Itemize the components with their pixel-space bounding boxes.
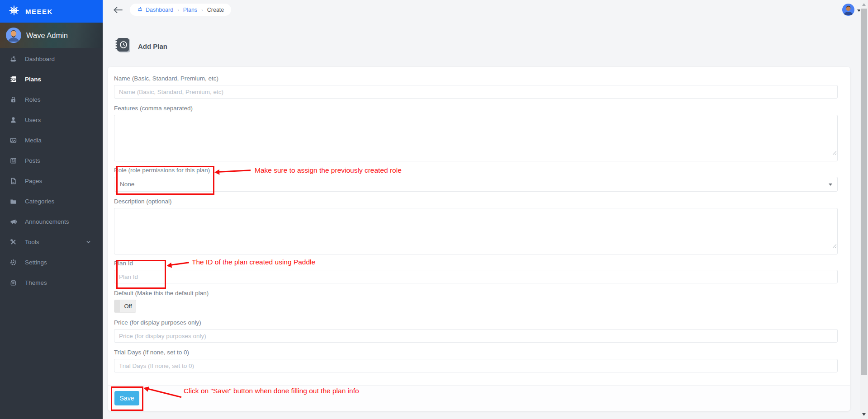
file-icon xyxy=(9,177,17,185)
sidebar-item-label: Categories xyxy=(25,198,54,205)
description-textarea[interactable] xyxy=(114,208,838,254)
user-profile[interactable]: Wave Admin xyxy=(0,23,103,48)
page: MEEEK Wave Admin xyxy=(0,0,868,419)
sidebar-item-plans[interactable]: Plans xyxy=(0,69,103,89)
scrollbar-thumb[interactable] xyxy=(861,9,867,375)
helm-icon xyxy=(9,5,19,17)
sidebar-item-label: Users xyxy=(25,117,41,123)
sidebar-item-categories[interactable]: Categories xyxy=(0,191,103,212)
add-plan-icon xyxy=(114,36,132,56)
price-input[interactable] xyxy=(114,329,838,343)
default-toggle[interactable]: Off xyxy=(114,300,136,313)
news-icon xyxy=(9,157,17,165)
role-label: Role (role permissions for this plan) xyxy=(114,167,838,174)
sidebar-item-themes[interactable]: Themes xyxy=(0,273,103,293)
role-select-value: None xyxy=(120,181,134,188)
page-header: Add Plan xyxy=(114,36,167,56)
name-label: Name (Basic, Standard, Premium, etc) xyxy=(114,75,838,82)
image-icon xyxy=(9,137,17,144)
sidebar-item-tools[interactable]: Tools xyxy=(0,232,103,252)
plan-id-input[interactable] xyxy=(114,270,838,283)
sidebar-item-label: Settings xyxy=(25,259,47,266)
sidebar-item-announcements[interactable]: Announcements xyxy=(0,212,103,232)
sidebar-item-label: Announcements xyxy=(25,218,69,225)
topbar-avatar xyxy=(842,4,854,16)
trial-days-input[interactable] xyxy=(114,359,838,372)
tools-icon xyxy=(9,238,17,246)
user-icon xyxy=(9,116,17,124)
breadcrumb-separator: › xyxy=(201,7,203,13)
breadcrumb-dashboard-link[interactable]: Dashboard xyxy=(137,6,173,14)
role-select[interactable]: None xyxy=(114,177,838,192)
sidebar: MEEEK Wave Admin xyxy=(0,0,103,419)
brand-name: MEEEK xyxy=(25,8,53,15)
sidebar-nav: Dashboard Plans xyxy=(0,48,103,293)
ship-icon xyxy=(137,6,143,14)
sidebar-item-label: Themes xyxy=(25,279,47,286)
price-label: Price (for display purposes only) xyxy=(114,319,838,326)
save-button[interactable]: Save xyxy=(114,391,139,405)
sidebar-item-label: Tools xyxy=(25,239,39,245)
form-footer: Save xyxy=(108,385,850,411)
user-menu[interactable] xyxy=(842,4,861,16)
breadcrumb-current: Create xyxy=(207,7,224,13)
toolbox-icon xyxy=(9,279,17,287)
sidebar-item-roles[interactable]: Roles xyxy=(0,89,103,110)
breadcrumb: Dashboard › Plans › Create xyxy=(130,4,231,16)
add-plan-form-card: Name (Basic, Standard, Premium, etc) Fea… xyxy=(108,67,850,411)
main-content: Dashboard › Plans › Create xyxy=(103,0,868,419)
sidebar-item-label: Media xyxy=(25,137,42,144)
brand-header[interactable]: MEEEK xyxy=(0,0,103,23)
features-textarea[interactable] xyxy=(114,115,838,161)
toggle-knob xyxy=(114,300,120,312)
sidebar-item-label: Dashboard xyxy=(25,56,55,62)
sidebar-item-label: Roles xyxy=(25,96,41,103)
sidebar-item-pages[interactable]: Pages xyxy=(0,171,103,191)
form-body: Name (Basic, Standard, Premium, etc) Fea… xyxy=(108,67,850,372)
folder-icon xyxy=(9,198,17,205)
ship-icon xyxy=(9,55,17,63)
breadcrumb-separator: › xyxy=(177,7,179,13)
topbar: Dashboard › Plans › Create xyxy=(103,0,868,19)
scrollbar-down-arrow[interactable] xyxy=(862,413,866,416)
sidebar-item-label: Posts xyxy=(25,157,40,164)
sidebar-item-label: Plans xyxy=(25,76,41,83)
megaphone-icon xyxy=(9,218,17,226)
default-label: Default (Make this the default plan) xyxy=(114,290,838,297)
notebook-icon xyxy=(9,75,17,83)
scrollbar-up-arrow[interactable] xyxy=(862,3,866,6)
sidebar-item-users[interactable]: Users xyxy=(0,110,103,130)
page-title: Add Plan xyxy=(138,42,167,50)
lock-icon xyxy=(9,96,17,104)
sidebar-item-settings[interactable]: Settings xyxy=(0,252,103,273)
features-label: Features (comma separated) xyxy=(114,105,838,112)
page-scrollbar xyxy=(860,0,868,419)
sidebar-item-label: Pages xyxy=(25,178,42,184)
sidebar-item-posts[interactable]: Posts xyxy=(0,151,103,171)
toggle-state: Off xyxy=(120,300,136,312)
select-caret-icon xyxy=(829,184,832,186)
back-arrow-button[interactable] xyxy=(112,4,124,16)
description-label: Description (optional) xyxy=(114,198,838,205)
user-avatar xyxy=(6,28,21,43)
gear-icon xyxy=(9,259,17,266)
trial-days-label: Trial Days (If none, set to 0) xyxy=(114,349,838,356)
breadcrumb-plans-link[interactable]: Plans xyxy=(183,7,197,13)
user-name: Wave Admin xyxy=(26,31,68,40)
plan-id-label: Plan Id xyxy=(114,260,838,267)
sidebar-item-media[interactable]: Media xyxy=(0,130,103,151)
sidebar-item-dashboard[interactable]: Dashboard xyxy=(0,49,103,69)
name-input[interactable] xyxy=(114,85,838,99)
chevron-down-icon xyxy=(85,238,93,246)
